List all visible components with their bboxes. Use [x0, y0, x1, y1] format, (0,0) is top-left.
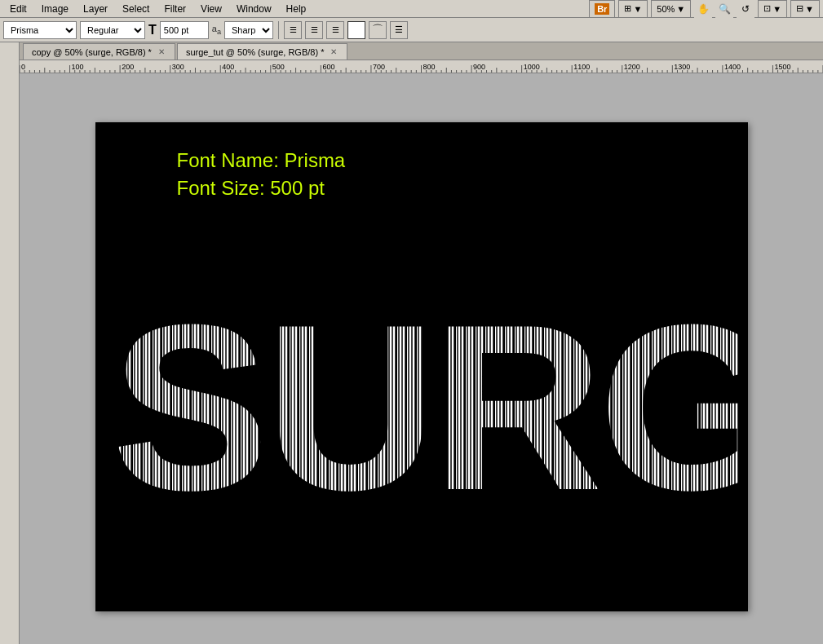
font-size-input[interactable]	[160, 21, 209, 39]
screen-arrow: ▼	[805, 4, 814, 14]
zoom-icon: 🔍	[719, 3, 731, 15]
photoshop-canvas: Font Name: Prisma Font Size: 500 pt	[95, 122, 748, 611]
arrange-icon: ⊡	[763, 3, 771, 14]
surge-text-container: SURGE	[104, 261, 740, 522]
workspace-button[interactable]: ⊞ ▼	[618, 0, 648, 18]
warp-text-btn[interactable]: ⌒	[369, 21, 387, 39]
rotate-tool-btn[interactable]: ↺	[737, 0, 754, 18]
align-left-btn[interactable]: ☰	[284, 21, 302, 39]
menu-window[interactable]: Window	[230, 2, 278, 16]
options-bar: Prisma Regular T aa Sharp Crisp Strong S…	[0, 18, 823, 42]
warp-icon: ⌒	[372, 23, 383, 37]
surge-text-element: SURGE	[112, 275, 740, 522]
surge-svg: SURGE	[104, 261, 740, 522]
tab-1-label: surge_tut @ 50% (surge, RGB/8) *	[186, 47, 325, 57]
align-right-btn[interactable]: ☰	[326, 21, 344, 39]
arrange-arrow: ▼	[772, 4, 781, 14]
screen-icon: ⊟	[796, 3, 803, 14]
separator-1	[278, 21, 279, 39]
menu-view[interactable]: View	[194, 2, 228, 16]
align-right-icon: ☰	[332, 25, 339, 34]
arrange-button[interactable]: ⊡ ▼	[758, 0, 787, 18]
character-panel-icon: ☰	[395, 24, 403, 35]
menu-image[interactable]: Image	[35, 2, 75, 16]
font-style-select[interactable]: Regular	[80, 21, 145, 39]
ruler-canvas	[20, 60, 823, 73]
text-color-swatch[interactable]	[347, 21, 365, 39]
menu-bar: Edit Image Layer Select Filter View Wind…	[0, 0, 823, 18]
zoom-dropdown[interactable]: 50% ▼	[651, 0, 691, 18]
tab-0-close[interactable]: ✕	[157, 47, 166, 57]
bridge-icon: Br	[595, 3, 609, 15]
menu-filter[interactable]: Filter	[157, 2, 192, 16]
hand-tool-btn[interactable]: ✋	[694, 0, 712, 18]
font-name-select[interactable]: Prisma	[3, 21, 77, 39]
screen-mode-button[interactable]: ⊟ ▼	[790, 0, 820, 18]
menu-select[interactable]: Select	[116, 2, 156, 16]
zoom-tool-btn[interactable]: 🔍	[715, 0, 733, 18]
workspace-arrow: ▼	[633, 4, 642, 14]
tab-0[interactable]: copy @ 50% (surge, RGB/8) * ✕	[23, 43, 175, 60]
horizontal-ruler	[20, 60, 823, 73]
align-center-btn[interactable]: ☰	[305, 21, 323, 39]
zoom-value: 50%	[657, 4, 675, 14]
menu-layer[interactable]: Layer	[77, 2, 114, 16]
character-panel-btn[interactable]: ☰	[390, 21, 408, 39]
font-size-icon: T	[148, 23, 157, 37]
bridge-button[interactable]: Br	[589, 0, 615, 18]
rotate-icon: ↺	[741, 3, 750, 15]
canvas-info: Font Name: Prisma Font Size: 500 pt	[177, 147, 346, 201]
menu-edit[interactable]: Edit	[3, 2, 33, 16]
top-right-controls: Br ⊞ ▼ 50% ▼ ✋ 🔍 ↺ ⊡ ▼ ⊟ ▼	[589, 0, 820, 18]
tab-1-close[interactable]: ✕	[329, 47, 338, 57]
aa-icon: aa	[212, 24, 221, 36]
align-center-icon: ☰	[311, 25, 318, 34]
tab-0-label: copy @ 50% (surge, RGB/8) *	[32, 47, 152, 57]
workspace-icon: ⊞	[624, 3, 631, 14]
align-left-icon: ☰	[290, 25, 297, 34]
tab-1[interactable]: surge_tut @ 50% (surge, RGB/8) * ✕	[177, 43, 348, 60]
tab-bar: copy @ 50% (surge, RGB/8) * ✕ surge_tut …	[0, 42, 823, 60]
left-toolbar	[0, 42, 20, 644]
font-size-line: Font Size: 500 pt	[177, 174, 346, 202]
font-name-line: Font Name: Prisma	[177, 147, 346, 174]
zoom-arrow: ▼	[676, 4, 685, 14]
menu-help[interactable]: Help	[280, 2, 313, 16]
canvas-area: Font Name: Prisma Font Size: 500 pt	[20, 73, 823, 644]
hand-icon: ✋	[697, 3, 710, 15]
antialiasing-select[interactable]: Sharp Crisp Strong Smooth None	[224, 21, 273, 39]
